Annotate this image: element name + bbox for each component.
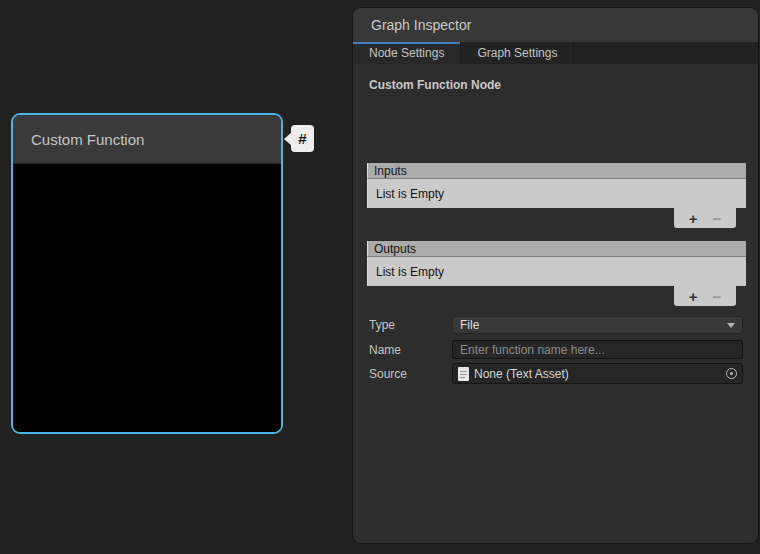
panel-title: Graph Inspector: [371, 17, 471, 33]
graph-canvas[interactable]: { "canvas": { "background": "#212121" },…: [0, 0, 760, 554]
outputs-list-header: Outputs: [367, 241, 746, 257]
name-label: Name: [369, 343, 452, 357]
inputs-list-footer: + −: [674, 208, 736, 228]
graph-inspector-panel: Graph Inspector Node Settings Graph Sett…: [353, 8, 758, 543]
name-input[interactable]: [452, 340, 743, 359]
inputs-list: Inputs List is Empty + −: [367, 163, 746, 228]
outputs-list: Outputs List is Empty + −: [367, 241, 746, 306]
inputs-empty-label: List is Empty: [376, 187, 444, 201]
inputs-remove-button[interactable]: −: [712, 211, 721, 226]
type-dropdown-value: File: [460, 318, 479, 332]
hash-icon: #: [298, 130, 306, 147]
inputs-header-label: Inputs: [374, 164, 407, 178]
tab-node-settings-label: Node Settings: [369, 46, 444, 60]
outputs-list-footer: + −: [674, 286, 736, 306]
outputs-header-label: Outputs: [374, 242, 416, 256]
panel-body: Custom Function Node Inputs List is Empt…: [353, 64, 758, 543]
outputs-remove-button[interactable]: −: [712, 289, 721, 304]
hash-badge-button[interactable]: #: [291, 125, 314, 152]
object-picker-icon[interactable]: [726, 368, 737, 379]
node-title: Custom Function: [31, 131, 144, 148]
chevron-down-icon: [727, 323, 735, 328]
node-header[interactable]: Custom Function: [13, 115, 281, 164]
custom-function-node[interactable]: Custom Function: [11, 113, 283, 434]
tab-node-settings[interactable]: Node Settings: [353, 42, 461, 64]
source-object-field[interactable]: None (Text Asset): [452, 363, 743, 384]
panel-titlebar[interactable]: Graph Inspector: [353, 8, 758, 42]
inputs-add-button[interactable]: +: [689, 211, 698, 226]
tab-graph-settings-label: Graph Settings: [477, 46, 557, 60]
tabstrip: Node Settings Graph Settings: [353, 42, 758, 64]
name-row: Name: [369, 340, 743, 359]
inputs-empty-row: List is Empty: [367, 179, 746, 208]
outputs-empty-label: List is Empty: [376, 265, 444, 279]
tab-graph-settings[interactable]: Graph Settings: [461, 42, 574, 64]
node-body: [13, 164, 281, 434]
outputs-empty-row: List is Empty: [367, 257, 746, 286]
type-row: Type File: [369, 316, 743, 334]
source-label: Source: [369, 367, 452, 381]
section-title: Custom Function Node: [369, 78, 501, 92]
active-tab-accent: [353, 42, 460, 44]
source-row: Source None (Text Asset): [369, 363, 743, 384]
type-dropdown[interactable]: File: [452, 316, 743, 334]
text-asset-icon: [458, 367, 469, 381]
outputs-add-button[interactable]: +: [689, 289, 698, 304]
source-object-value: None (Text Asset): [474, 367, 569, 381]
inputs-list-header: Inputs: [367, 163, 746, 179]
type-label: Type: [369, 318, 452, 332]
